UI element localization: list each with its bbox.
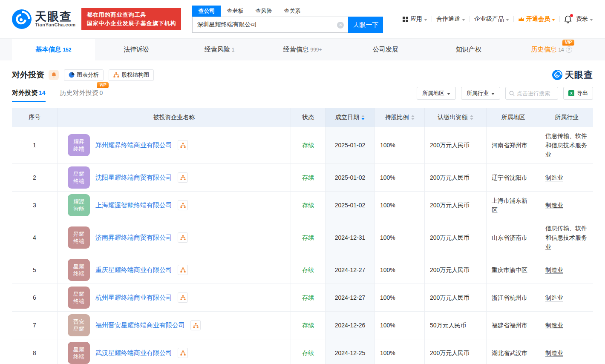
- company-name-link[interactable]: 郑州耀昇终端商业有限公司: [95, 140, 172, 150]
- tab-label: 公司发展: [373, 46, 398, 54]
- nav-user[interactable]: 费米: [576, 15, 593, 23]
- equity-structure-icon-button[interactable]: [178, 265, 188, 275]
- industry-cell: 制造业: [540, 164, 593, 191]
- org-chart-icon: [180, 350, 186, 356]
- equity-structure-icon-button[interactable]: [190, 320, 201, 330]
- col-status: 状态: [291, 108, 326, 127]
- table-body: 1 耀昇终端 郑州耀昇终端商业有限公司 存续 2025-01-02 100% 2…: [12, 127, 593, 364]
- company-avatar[interactable]: 晋安星耀: [68, 314, 90, 336]
- table-row: 3 耀渥智能 上海耀渥智能终端有限公司 存续 2025-01-02 100% 2…: [12, 192, 593, 219]
- company-avatar[interactable]: 星耀终端: [68, 287, 90, 309]
- help-icon[interactable]: ?: [566, 46, 572, 53]
- industry-filter-dropdown[interactable]: 所属行业: [461, 87, 500, 100]
- tab-count: 152: [63, 47, 71, 53]
- company-name-link[interactable]: 杭州星耀终端商业有限公司: [95, 293, 172, 302]
- vip-badge: VIP: [562, 40, 574, 46]
- col-establish-date-sort[interactable]: 成立日期: [326, 108, 375, 127]
- nav-open-vip[interactable]: 开通会员: [518, 15, 555, 23]
- row-index-cell: 5: [12, 256, 58, 284]
- monitor-bell-button[interactable]: [49, 70, 59, 80]
- table-search-input[interactable]: [517, 90, 553, 97]
- equity-structure-button[interactable]: 股权结构图: [109, 69, 154, 81]
- company-avatar[interactable]: 星耀终端: [68, 342, 90, 364]
- company-name-link[interactable]: 武汉星耀终端商业有限公司: [95, 348, 172, 358]
- company-avatar[interactable]: 昇耀终端: [68, 226, 90, 249]
- search-tab-company[interactable]: 查公司: [192, 6, 221, 17]
- subtab-outbound-investment[interactable]: 对外投资14: [12, 89, 46, 102]
- company-cell: 耀昇终端 郑州耀昇终端商业有限公司: [58, 127, 291, 163]
- company-avatar[interactable]: 耀昇终端: [68, 134, 90, 156]
- row-index-cell: 7: [12, 312, 58, 339]
- subscribed-capital-cell: 200万元人民币: [425, 127, 487, 163]
- tab-label: 知识产权: [456, 46, 481, 54]
- equity-structure-icon-button[interactable]: [178, 348, 188, 358]
- equity-structure-icon-button[interactable]: [178, 200, 188, 210]
- equity-structure-icon-button[interactable]: [178, 292, 188, 303]
- subtab-label: 历史对外投资: [60, 89, 98, 96]
- col-subscribed-capital-sort[interactable]: 认缴出资额: [425, 108, 487, 127]
- search-tab-relation[interactable]: 查关系: [278, 6, 306, 17]
- nav-apps-label: 应用: [410, 15, 422, 23]
- subscribed-capital-cell: 200万元人民币: [425, 256, 487, 284]
- company-name-link[interactable]: 重庆星耀终端商业有限公司: [95, 265, 172, 275]
- tab-label: 经营信息: [283, 46, 308, 54]
- subtab-history-investment[interactable]: VIP 历史对外投资0: [60, 89, 103, 102]
- equity-structure-icon-button[interactable]: [178, 232, 188, 243]
- search-button[interactable]: 天眼一下: [348, 17, 383, 33]
- nav-apps[interactable]: 应用: [402, 15, 427, 23]
- col-industry: 所属行业: [540, 108, 593, 127]
- company-name-link[interactable]: 沈阳星耀终端商贸有限公司: [95, 173, 172, 182]
- notification-bell[interactable]: [564, 15, 572, 23]
- divider: [432, 16, 432, 22]
- tab-operation-risk[interactable]: 经营风险 1: [178, 39, 261, 60]
- top-nav: 应用 合作通道 企业级产品 开通会员 费米: [402, 15, 593, 23]
- table-row: 7 晋安星耀 福州晋安星耀终端商业有限公司 存续 2024-12-26 100%…: [12, 312, 593, 339]
- tab-intellectual-property[interactable]: 知识产权: [427, 39, 510, 60]
- region-filter-dropdown[interactable]: 所属地区: [417, 87, 456, 100]
- industry-cell: 制造业: [540, 339, 593, 364]
- chart-analysis-button[interactable]: 图表分析: [64, 69, 104, 81]
- company-avatar[interactable]: 星耀终端: [68, 259, 90, 281]
- company-avatar[interactable]: 耀渥智能: [68, 194, 90, 216]
- industry-cell: 制造业: [540, 312, 593, 339]
- industry-cell: 制造业: [540, 256, 593, 284]
- search-tab-boss[interactable]: 查老板: [221, 6, 249, 17]
- company-name-link[interactable]: 上海耀渥智能终端有限公司: [95, 201, 172, 210]
- company-cell: 星耀终端 武汉星耀终端商业有限公司: [58, 339, 291, 364]
- equity-structure-icon-button[interactable]: [178, 172, 188, 183]
- slogan-line1: 都在用的商业查询工具: [86, 11, 176, 19]
- chevron-down-icon: [462, 19, 465, 21]
- region-cell: 上海市浦东新区: [487, 192, 540, 219]
- table-row: 5 星耀终端 重庆星耀终端商业有限公司 存续 2024-12-27 100% 2…: [12, 256, 593, 284]
- industry-cell: 制造业: [540, 284, 593, 311]
- table-row: 8 星耀终端 武汉星耀终端商业有限公司 存续 2024-12-25 100% 2…: [12, 339, 593, 364]
- row-index-cell: 2: [12, 164, 58, 191]
- nav-enterprise[interactable]: 企业级产品: [474, 15, 509, 23]
- equity-structure-icon-button[interactable]: [178, 140, 188, 150]
- company-name-link[interactable]: 济南昇耀终端商贸有限公司: [95, 233, 172, 242]
- tab-basic-info[interactable]: 基本信息 152: [12, 39, 95, 60]
- shareholding-ratio-cell: 100%: [375, 284, 425, 311]
- company-cell: 晋安星耀 福州晋安星耀终端商业有限公司: [58, 312, 291, 339]
- tianyancha-logo[interactable]: 天眼查 TianYanCha.com: [12, 9, 75, 29]
- status-badge: 存续: [302, 348, 314, 358]
- company-name-link[interactable]: 福州晋安星耀终端商业有限公司: [95, 321, 185, 330]
- col-shareholding-ratio-sort[interactable]: 持股比例: [375, 108, 425, 127]
- chevron-down-icon: [447, 93, 450, 95]
- company-avatar[interactable]: 星耀终端: [68, 166, 90, 189]
- tab-legal[interactable]: 法律诉讼: [95, 39, 178, 60]
- nav-partner[interactable]: 合作通道: [436, 15, 465, 23]
- section-title: 对外投资: [12, 69, 44, 80]
- col-company-name: 被投资企业名称: [58, 108, 291, 127]
- watermark-brand-name: 天眼查: [565, 69, 593, 81]
- company-cell: 星耀终端 杭州星耀终端商业有限公司: [58, 284, 291, 311]
- search-tab-risk[interactable]: 查风险: [249, 6, 278, 17]
- col-region: 所属地区: [487, 108, 540, 127]
- table-search-box[interactable]: [505, 87, 558, 100]
- search-input[interactable]: [193, 17, 348, 32]
- tab-business-info[interactable]: 经营信息 999+: [261, 39, 344, 60]
- region-cell: 河南省郑州市: [487, 127, 540, 163]
- tab-company-development[interactable]: 公司发展: [344, 39, 427, 60]
- tab-history-info[interactable]: VIP 历史信息 14 ?: [510, 39, 593, 60]
- export-button[interactable]: x 导出: [563, 87, 593, 100]
